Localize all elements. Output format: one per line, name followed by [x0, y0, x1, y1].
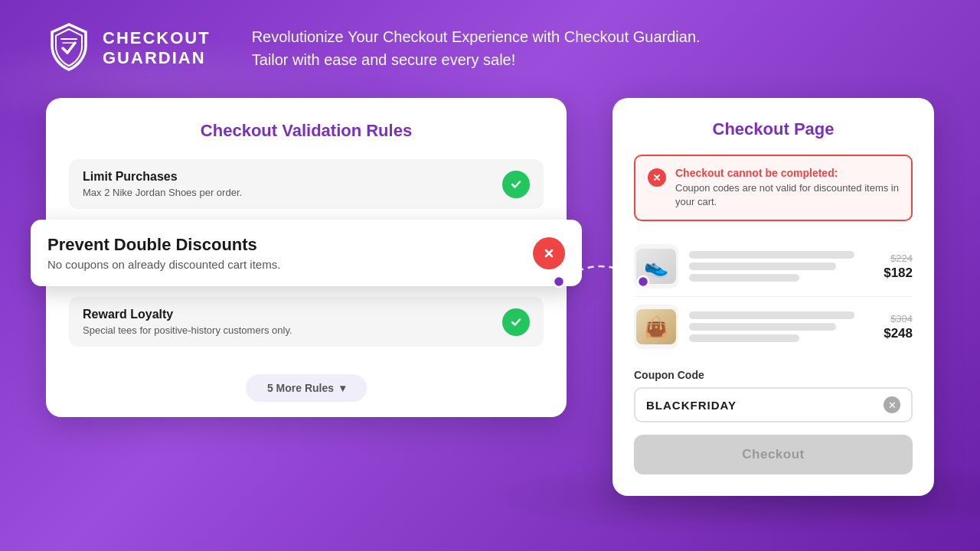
- item-line-1a: [689, 251, 854, 259]
- main-content: Checkout Validation Rules Limit Purchase…: [0, 90, 980, 551]
- validation-card: Checkout Validation Rules Limit Purchase…: [46, 98, 567, 417]
- page-wrapper: CHECKOUT GUARDIAN Revolutionize Your Che…: [0, 0, 980, 551]
- right-panel: Checkout Page Checkout cannot be complet…: [612, 98, 934, 496]
- chevron-down-icon: ▾: [340, 382, 345, 394]
- item-line-2b: [689, 323, 836, 331]
- logo-text: CHECKOUT GUARDIAN: [103, 28, 211, 69]
- more-rules-label: 5 More Rules: [267, 382, 334, 394]
- rule-status-icon-2: [533, 237, 565, 269]
- header: CHECKOUT GUARDIAN Revolutionize Your Che…: [0, 0, 980, 90]
- rule-item-prevent-discounts: Prevent Double Discounts No coupons on a…: [31, 220, 582, 286]
- coupon-label: Coupon Code: [634, 369, 913, 381]
- item-original-price-1: $224: [890, 253, 913, 264]
- rule-desc-1: Max 2 Nike Jordan Shoes per order.: [83, 187, 493, 198]
- rule-desc-3: Special tees for positive-history custom…: [83, 324, 493, 336]
- rule-title-1: Limit Purchases: [83, 170, 493, 184]
- error-box: Checkout cannot be completed: Coupon cod…: [634, 155, 913, 221]
- coupon-clear-button[interactable]: ✕: [884, 396, 900, 413]
- item-line-2a: [689, 311, 854, 319]
- shield-logo-icon: [46, 21, 92, 75]
- item-line-1c: [689, 274, 799, 282]
- item-sale-price-1: $182: [884, 266, 913, 281]
- rule-title-2: Prevent Double Discounts: [47, 235, 524, 255]
- checkout-panel-title: Checkout Page: [634, 119, 913, 139]
- item-sale-price-2: $248: [884, 326, 913, 341]
- rule-item-reward-loyalty: Reward Loyalty Special tees for positive…: [69, 297, 544, 347]
- rule-title-3: Reward Loyalty: [83, 308, 493, 321]
- error-title: Checkout cannot be completed:: [675, 167, 899, 179]
- item-line-2c: [689, 334, 799, 342]
- rule-desc-2: No coupons on already discounted cart it…: [47, 258, 524, 271]
- cart-item-image-1: [634, 244, 678, 289]
- rule-status-icon-1: [502, 171, 530, 198]
- coupon-input[interactable]: [646, 399, 876, 412]
- cart-item-image-2: [634, 305, 678, 349]
- error-icon: [648, 168, 666, 187]
- cart-item-1: $224 $182: [634, 236, 913, 297]
- validation-panel-title: Checkout Validation Rules: [69, 121, 544, 141]
- coupon-input-wrap[interactable]: ✕: [634, 387, 913, 422]
- checkout-card: Checkout Page Checkout cannot be complet…: [612, 98, 934, 496]
- error-desc: Coupon codes are not valid for discounte…: [675, 181, 899, 209]
- header-tagline: Revolutionize Your Checkout Experience w…: [252, 25, 701, 71]
- shoe-icon: [636, 249, 676, 284]
- more-rules-button[interactable]: 5 More Rules ▾: [246, 374, 367, 402]
- rule-status-icon-3: [502, 308, 530, 336]
- bag-icon: [636, 309, 676, 344]
- cart-item-2: $304 $248: [634, 297, 913, 357]
- rule-item-limit-purchases: Limit Purchases Max 2 Nike Jordan Shoes …: [69, 159, 544, 209]
- checkout-button[interactable]: Checkout: [634, 435, 913, 474]
- logo-area: CHECKOUT GUARDIAN: [46, 21, 211, 75]
- item-line-1b: [689, 262, 836, 270]
- item-original-price-2: $304: [890, 313, 913, 324]
- left-panel: Checkout Validation Rules Limit Purchase…: [46, 98, 567, 417]
